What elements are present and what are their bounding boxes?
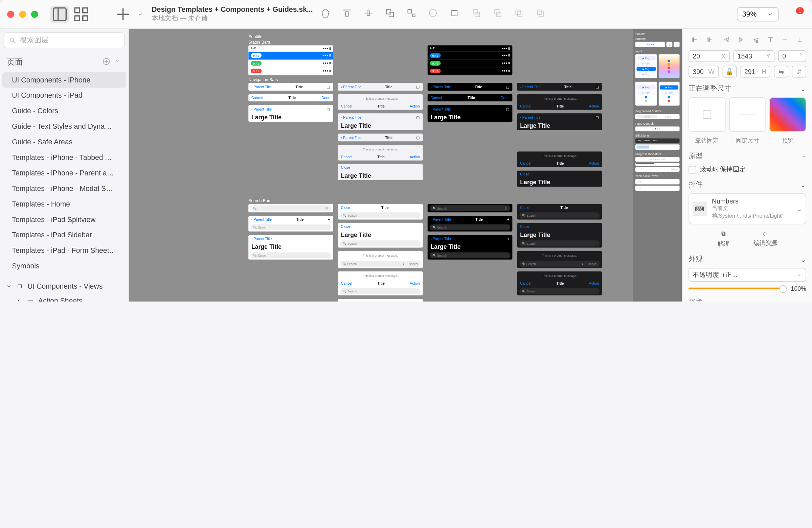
unbind-button[interactable]: ⧉解绑 xyxy=(717,230,729,248)
bring-forward-icon[interactable] xyxy=(470,8,481,20)
artboard-search[interactable]: CloseLarge Title🔍 Search xyxy=(338,223,423,247)
artboard-search-dark[interactable]: CloseTitle🔍 Search xyxy=(517,204,602,220)
align-h-right[interactable]: ⫹ xyxy=(750,33,762,45)
artboard-nav[interactable]: ‹ Parent TitleTitle▢ xyxy=(338,83,423,91)
page-item[interactable]: Symbols xyxy=(0,258,128,274)
scroll-fix-checkbox[interactable] xyxy=(688,166,696,174)
chevron-down-icon[interactable]: ⌄ xyxy=(800,299,806,302)
w-field[interactable]: 390W xyxy=(688,65,719,77)
add-dropdown[interactable] xyxy=(136,6,144,22)
layer-search[interactable]: 搜索图层 xyxy=(4,32,125,48)
group-icon[interactable] xyxy=(385,8,395,20)
artboard-nav-dark[interactable]: CancelTitleDone xyxy=(427,94,512,102)
artboard-nav[interactable]: ‹ Parent Title▢Large Title xyxy=(248,105,333,122)
artboard-search-dark[interactable]: ‹ Parent Title+Large Title🔍 Search xyxy=(427,235,512,259)
canvas[interactable]: Subtitle Status Bars 9:41●●● ▮ 9:41●●● ▮… xyxy=(129,29,682,302)
lock-aspect-button[interactable]: 🔓 xyxy=(722,65,737,77)
align-v-bot[interactable]: ⊥ xyxy=(794,33,806,45)
artboard-search-dark[interactable]: This is a prompt message.CancelTitleActi… xyxy=(517,271,602,296)
chevron-down-icon[interactable]: ⌄ xyxy=(800,85,806,93)
y-field[interactable]: 1543Y xyxy=(733,50,774,62)
artboard-nav-dark[interactable]: ‹ Parent TitleTitle▢ xyxy=(517,83,602,91)
chevron-down-icon[interactable]: ⌄ xyxy=(800,181,806,189)
edit-source-button[interactable]: ◇编辑资源 xyxy=(753,230,778,248)
send-backward-icon[interactable] xyxy=(492,8,503,20)
page-item[interactable]: Templates - iPhone - Tabbed App xyxy=(0,150,128,165)
page-item[interactable]: Guide - Safe Areas xyxy=(0,134,128,150)
page-item[interactable]: Guide - Colors xyxy=(0,103,128,119)
page-item[interactable]: Templates - iPad Splitview xyxy=(0,212,128,227)
artboard-status-dark[interactable]: 9:41●●● ▮ 9:41●●● ▮ 9:41●●● ▮ 9:41●●● ▮ xyxy=(427,45,512,75)
artboard-search[interactable]: This is a prompt message.CancelTitleActi… xyxy=(338,271,423,296)
artboard-nav[interactable]: This is a prompt message.CancelTitleActi… xyxy=(338,94,423,110)
artboard-search-dark[interactable]: ‹ Parent TitleTitle+🔍 Search xyxy=(427,216,512,231)
zoom-control[interactable]: 39% xyxy=(737,7,779,21)
sidebar-list-view[interactable] xyxy=(50,6,69,22)
add-button[interactable]: + xyxy=(802,152,806,160)
align-v-mid[interactable]: ⊢ xyxy=(779,33,792,45)
union-icon[interactable] xyxy=(513,8,524,20)
artboard-search[interactable]: CloseTitle🔍 Search xyxy=(338,204,423,220)
artboard-nav-dark[interactable]: This is a prompt message.CancelTitleActi… xyxy=(517,151,602,167)
artboard-nav-dark[interactable]: This is a prompt message.CancelTitleActi… xyxy=(517,94,602,110)
artboard-search[interactable]: This is a prompt message.🔍 Search🎙Cancel xyxy=(338,251,423,268)
pin-edges[interactable] xyxy=(688,97,725,132)
page-item[interactable]: Templates - iPhone - Modal Sheet xyxy=(0,181,128,196)
page-item[interactable]: Guide - Text Styles and Dynamic... xyxy=(0,119,128,134)
add-button[interactable] xyxy=(113,6,132,22)
align-v-top[interactable]: ⊤ xyxy=(764,33,777,45)
layer-group-views[interactable]: UI Components - Views xyxy=(0,278,128,294)
artboard-search-dark[interactable]: This is a prompt message.🔍 Search🎙Cancel xyxy=(517,251,602,268)
zoom-window-button[interactable] xyxy=(31,11,38,18)
distribute-mid-icon[interactable] xyxy=(363,8,374,20)
mask-icon[interactable] xyxy=(427,8,438,20)
artboard-nav[interactable]: ‹ Parent TitleTitle▢ xyxy=(338,134,423,141)
opacity-blend[interactable]: 不透明度（正...⌄ xyxy=(688,268,806,282)
opacity-slider[interactable] xyxy=(688,288,787,289)
page-item[interactable]: UI Components - iPhone xyxy=(2,72,126,88)
artboard-search[interactable]: This is a prompt message.🔍 Search🎙Cancel xyxy=(338,299,423,302)
page-item[interactable]: Templates - Home xyxy=(0,196,128,212)
align-left[interactable]: ⊩ xyxy=(688,33,701,45)
page-item[interactable]: Templates - iPhone - Parent and... xyxy=(0,165,128,181)
h-field[interactable]: 291H xyxy=(740,65,770,77)
artboard-nav[interactable]: ‹ Parent Title▢Large Title xyxy=(338,113,423,130)
close-window-button[interactable] xyxy=(7,11,14,18)
align-center[interactable]: ⊪ xyxy=(704,33,715,45)
artboard-status-light[interactable]: 9:41●●● ▮ 9:41●●● ▮ 9:41●●● ▮ 9:41●●● ▮ xyxy=(248,45,333,75)
artboard-nav[interactable]: This is a prompt message.CancelTitleActi… xyxy=(338,145,423,161)
artboard-nav-dark[interactable]: ‹ Parent TitleTitle▢ xyxy=(427,83,512,91)
artboard-nav-dark[interactable]: ‹ Parent Title▢Large Title xyxy=(517,113,602,130)
x-field[interactable]: 20X xyxy=(688,50,730,62)
shape-tool-icon[interactable] xyxy=(320,8,331,20)
align-h-left[interactable]: ⫷ xyxy=(720,33,733,45)
add-page-button[interactable] xyxy=(102,57,111,67)
artboard-nav[interactable]: ‹ Parent TitleTitle▢ xyxy=(248,83,333,91)
artboard-search[interactable]: ‹ Parent Title+Large Title🔍 Search xyxy=(248,235,333,259)
artboard-search[interactable]: 🔍 🎙 xyxy=(248,204,333,213)
sidebar-grid-view[interactable] xyxy=(72,6,91,22)
rotation-field[interactable]: 0° xyxy=(778,50,806,62)
artboard-nav[interactable]: CloseLarge Title xyxy=(338,164,423,180)
subtract-icon[interactable] xyxy=(535,8,546,20)
artboard-nav-dark[interactable]: ‹ Parent Title▢Large Title xyxy=(427,105,512,122)
distribute-top-icon[interactable] xyxy=(342,8,352,20)
artboard-nav-dark[interactable]: CloseLarge Title xyxy=(517,171,602,187)
page-item[interactable]: Templates - iPad Sidebar xyxy=(0,227,128,243)
flip-h-button[interactable]: ⇋ xyxy=(774,65,788,77)
crop-dropdown-icon[interactable] xyxy=(449,8,460,20)
page-item[interactable]: Templates - iPad - Form Sheet, Pa... xyxy=(0,243,128,258)
ungroup-icon[interactable] xyxy=(406,8,417,20)
collapse-pages-button[interactable] xyxy=(114,57,121,67)
minimize-window-button[interactable] xyxy=(19,11,26,18)
chevron-down-icon[interactable]: ⌄ xyxy=(800,255,806,264)
artboard-search-dark[interactable]: 🔍 Search 🎙 xyxy=(427,204,512,213)
control-picker[interactable]: ⌨ Numbers 当前文档/System/...rds/iPhone/Ligh… xyxy=(688,193,806,224)
artboard-nav[interactable]: CancelTitleDone xyxy=(248,94,333,102)
align-h-center[interactable]: ⫸ xyxy=(735,33,747,45)
flip-v-button[interactable]: ⇵ xyxy=(792,65,806,77)
layer-item[interactable]: ›▭Action Sheets xyxy=(0,294,128,302)
fix-size[interactable] xyxy=(729,97,766,132)
artboard-search-dark[interactable]: CloseLarge Title🔍 Search xyxy=(517,223,602,247)
artboard-search[interactable]: ‹ Parent TitleTitle+🔍 Search xyxy=(248,216,333,231)
